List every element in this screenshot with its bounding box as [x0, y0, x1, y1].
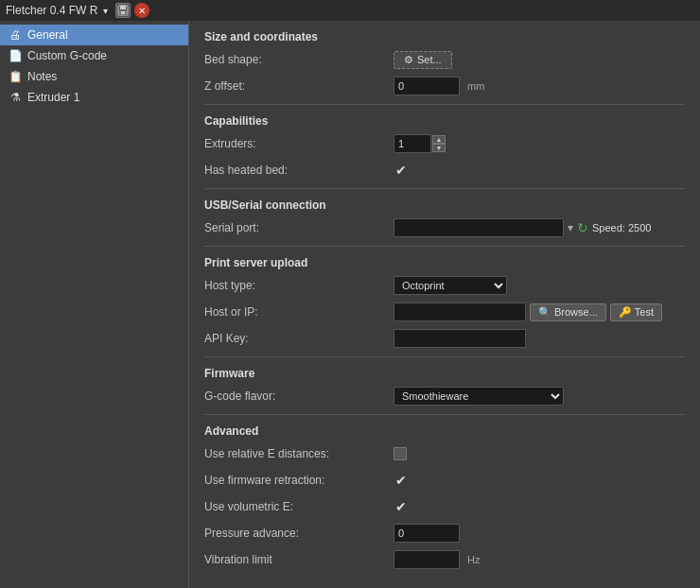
- sidebar: 🖨 General 📄 Custom G-code 📋 Notes ⚗ Extr…: [0, 21, 189, 588]
- section-size-coords-title: Size and coordinates: [204, 30, 685, 43]
- row-host-ip: Host or IP: 🔍 Browse... 🔑 Test: [204, 302, 685, 322]
- divider-2: [204, 188, 685, 189]
- serial-port-control: ▾ ↻ Speed: 2500: [394, 218, 651, 237]
- row-host-type: Host type: Octoprint Duet Repetier Astro…: [204, 275, 685, 296]
- save-icon[interactable]: [115, 3, 131, 18]
- divider-3: [204, 246, 685, 247]
- vibration-limit-control: Hz: [394, 550, 480, 569]
- gear-icon: ⚙: [404, 54, 413, 66]
- heated-bed-label: Has heated bed:: [204, 164, 394, 177]
- row-bed-shape: Bed shape: ⚙ Set...: [204, 49, 685, 70]
- relative-e-checkbox[interactable]: [394, 447, 407, 460]
- pressure-advance-input[interactable]: [394, 524, 460, 543]
- row-pressure-advance: Pressure advance:: [204, 523, 685, 544]
- extruders-control: ▲ ▼: [394, 134, 446, 153]
- row-vibration-limit: Vibration limit Hz: [204, 549, 685, 570]
- sidebar-item-extruder1[interactable]: ⚗ Extruder 1: [0, 87, 188, 108]
- close-icon[interactable]: ✕: [134, 3, 149, 18]
- key-icon: 🔑: [619, 306, 632, 319]
- custom-gcode-icon: 📄: [8, 48, 23, 63]
- row-gcode-flavor: G-code flavor: Smoothieware RepRap Marli…: [204, 386, 685, 406]
- row-api-key: API Key:: [204, 328, 685, 349]
- z-offset-input[interactable]: [394, 77, 460, 95]
- extruder-icon: ⚗: [8, 90, 23, 105]
- gcode-flavor-select[interactable]: Smoothieware RepRap Marlin Teacup Sailfi…: [394, 387, 564, 406]
- test-button[interactable]: 🔑 Test: [610, 303, 662, 321]
- sidebar-item-notes[interactable]: 📋 Notes: [0, 66, 188, 87]
- divider-5: [204, 414, 685, 415]
- extruders-label: Extruders:: [204, 137, 394, 150]
- section-usb-title: USB/Serial connection: [204, 199, 685, 212]
- gcode-flavor-label: G-code flavor:: [204, 389, 394, 403]
- host-type-control: Octoprint Duet Repetier Astroprint: [394, 276, 507, 295]
- titlebar-title: Fletcher 0.4 FW R: [6, 4, 97, 17]
- titlebar-dropdown-icon[interactable]: ▾: [103, 6, 108, 16]
- svg-rect-1: [120, 6, 126, 9]
- row-z-offset: Z offset: mm: [204, 76, 685, 96]
- browse-button[interactable]: 🔍 Browse...: [530, 303, 606, 321]
- firmware-retraction-checkbox[interactable]: ✔: [394, 473, 409, 488]
- serial-port-input[interactable]: [394, 218, 564, 237]
- heated-bed-control: ✔: [394, 163, 409, 178]
- serial-dropdown-arrow[interactable]: ▾: [568, 221, 573, 234]
- bed-shape-set-button[interactable]: ⚙ Set...: [394, 51, 452, 69]
- row-relative-e: Use relative E distances:: [204, 443, 685, 464]
- row-firmware-retraction: Use firmware retraction: ✔: [204, 470, 685, 491]
- search-icon: 🔍: [538, 306, 551, 319]
- host-ip-control: 🔍 Browse... 🔑 Test: [394, 303, 662, 321]
- extruders-decrement[interactable]: ▼: [432, 144, 446, 152]
- firmware-retraction-control: ✔: [394, 473, 409, 488]
- titlebar-icons: ✕: [115, 3, 149, 18]
- heated-bed-checkbox[interactable]: ✔: [394, 163, 409, 178]
- vibration-limit-label: Vibration limit: [204, 553, 394, 566]
- extruders-spinbox-arrows: ▲ ▼: [432, 135, 446, 152]
- section-capabilities-title: Capabilities: [204, 114, 685, 128]
- section-advanced-title: Advanced: [204, 424, 685, 438]
- vibration-limit-unit: Hz: [467, 554, 480, 565]
- section-firmware-title: Firmware: [204, 367, 685, 380]
- z-offset-unit: mm: [467, 80, 484, 92]
- volumetric-e-checkbox[interactable]: ✔: [394, 499, 409, 514]
- bed-shape-control: ⚙ Set...: [394, 51, 452, 69]
- pressure-advance-label: Pressure advance:: [204, 527, 394, 540]
- volumetric-e-control: ✔: [394, 499, 409, 514]
- sidebar-item-general[interactable]: 🖨 General: [0, 25, 188, 45]
- volumetric-e-label: Use volumetric E:: [204, 500, 394, 513]
- extruders-spinbox: ▲ ▼: [394, 134, 446, 153]
- sidebar-item-custom-gcode[interactable]: 📄 Custom G-code: [0, 45, 188, 66]
- host-ip-input[interactable]: [394, 303, 526, 321]
- vibration-limit-input[interactable]: [394, 550, 460, 569]
- svg-rect-3: [121, 11, 125, 14]
- relative-e-control: [394, 447, 407, 460]
- extruders-increment[interactable]: ▲: [432, 135, 446, 144]
- speed-label: Speed: 2500: [592, 222, 651, 233]
- gcode-flavor-control: Smoothieware RepRap Marlin Teacup Sailfi…: [394, 387, 564, 406]
- serial-port-label: Serial port:: [204, 221, 394, 234]
- api-key-label: API Key:: [204, 332, 394, 345]
- notes-icon: 📋: [8, 69, 23, 84]
- titlebar: Fletcher 0.4 FW R ▾ ✕: [0, 0, 700, 21]
- extruders-input[interactable]: [394, 134, 431, 153]
- row-extruders: Extruders: ▲ ▼: [204, 133, 685, 154]
- row-volumetric-e: Use volumetric E: ✔: [204, 496, 685, 517]
- host-ip-label: Host or IP:: [204, 305, 394, 319]
- host-type-label: Host type:: [204, 279, 394, 292]
- bed-shape-label: Bed shape:: [204, 53, 394, 66]
- divider-4: [204, 356, 685, 357]
- row-heated-bed: Has heated bed: ✔: [204, 160, 685, 181]
- content-area: Size and coordinates Bed shape: ⚙ Set...…: [189, 21, 700, 588]
- divider-1: [204, 104, 685, 105]
- general-icon: 🖨: [8, 27, 23, 43]
- api-key-input[interactable]: [394, 329, 526, 348]
- refresh-icon[interactable]: ↻: [577, 220, 588, 235]
- main-container: 🖨 General 📄 Custom G-code 📋 Notes ⚗ Extr…: [0, 21, 700, 588]
- firmware-retraction-label: Use firmware retraction:: [204, 474, 394, 487]
- section-print-server-title: Print server upload: [204, 256, 685, 269]
- row-serial-port: Serial port: ▾ ↻ Speed: 2500: [204, 217, 685, 238]
- z-offset-label: Z offset:: [204, 79, 394, 93]
- api-key-control: [394, 329, 526, 348]
- host-type-select[interactable]: Octoprint Duet Repetier Astroprint: [394, 276, 507, 295]
- relative-e-label: Use relative E distances:: [204, 447, 394, 460]
- z-offset-control: mm: [394, 77, 484, 95]
- pressure-advance-control: [394, 524, 460, 543]
